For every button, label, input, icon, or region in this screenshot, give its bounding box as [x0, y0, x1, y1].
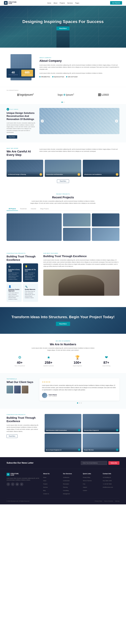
- about-feature-0: Affordable Price: [39, 76, 50, 78]
- tab-industrial[interactable]: Industrial: [29, 207, 38, 211]
- about-content: About Company About Company Lorem ipsum …: [39, 57, 119, 78]
- footer-bottom-privacy[interactable]: Privacy Policy: [95, 500, 102, 502]
- offer-card-title-2: Infrastructure And Installations: [84, 174, 118, 175]
- services-read-more-button[interactable]: Read More: [7, 135, 17, 138]
- footer-grid: STRUCTURELOCK Lorem ipsum dolor sit amet…: [7, 473, 119, 496]
- footer-links-2: Privacy Policy Terms of Service FAQ Supp…: [83, 476, 99, 492]
- newsletter-email-input[interactable]: [81, 461, 107, 465]
- footer-link-contact[interactable]: Contact Us: [43, 493, 49, 494]
- cta-button[interactable]: Read More: [56, 322, 70, 326]
- projects-desc: Lorem ipsum dolor sit amet, consectetur …: [30, 200, 96, 204]
- services-next-button[interactable]: ›: [115, 120, 118, 122]
- play-icon[interactable]: ▶: [7, 108, 9, 110]
- footer-col-title-0: About Us: [43, 473, 60, 474]
- footer-social: f t in li: [7, 482, 40, 486]
- featured-read-more-button[interactable]: Read More: [7, 434, 18, 438]
- tab-all-projects[interactable]: All Projects: [7, 207, 18, 211]
- partner-logo-1: logo ⊕ ipsum®: [58, 93, 74, 96]
- number-value-3: 87+: [93, 360, 119, 365]
- services-desc: Lorem ipsum dolor sit amet, consectetur …: [7, 122, 35, 133]
- social-instagram[interactable]: in: [16, 482, 19, 486]
- footer-bottom-sitemap[interactable]: Sitemap: [115, 500, 119, 502]
- footer-copyright: © 2024 Structure Lock. All Rights Reserv…: [7, 500, 30, 502]
- hero-title: Designing Inspiring Spaces For Success: [22, 19, 104, 24]
- footer-link-planning[interactable]: Planning: [63, 486, 68, 488]
- carousel-indicators: [0, 100, 126, 104]
- nav-cta-button[interactable]: Get Started: [110, 1, 122, 4]
- services-section: ▶ Play Videos Unique Design Solutions Re…: [0, 104, 126, 142]
- featured-item-icon-3: →: [116, 448, 118, 451]
- featured-item-title-1: Discover More Projects ⊕: [84, 430, 118, 431]
- trust-icon-0: ⚙: [8, 265, 20, 268]
- project-item-4: [92, 228, 119, 241]
- about-stat-years: 40 Years Of Experience: [8, 71, 18, 75]
- featured-item-0: Steel Structure & Built Constructions →: [45, 414, 81, 432]
- footer-link-arch[interactable]: Architecture: [63, 477, 69, 478]
- footer-link-terms[interactable]: Terms of Service: [83, 480, 92, 481]
- number-icon-0: ⚙: [7, 355, 33, 360]
- footer-link-support[interactable]: Support: [83, 486, 87, 488]
- footer-link-renovation[interactable]: Renovation: [63, 483, 69, 485]
- footer-bottom-terms[interactable]: Terms of Service: [104, 500, 113, 502]
- offer-read-more-button[interactable]: Read More: [57, 180, 69, 183]
- footer-brand: STRUCTURELOCK Lorem ipsum dolor sit amet…: [7, 473, 40, 496]
- number-label-1: Satisfied Customers: [35, 365, 62, 366]
- trust-card-1: 💡 Innovation At The Core Lorem ipsum dol…: [23, 264, 38, 282]
- footer-link-services[interactable]: Services: [43, 486, 48, 488]
- footer-link-consulting[interactable]: Consulting: [63, 490, 69, 491]
- footer-col-2: Quick Links Privacy Policy Terms of Serv…: [83, 473, 99, 496]
- offer-cards: Architectural Design & Planning + Constr…: [7, 160, 119, 177]
- services-prev-button[interactable]: ‹: [41, 120, 44, 122]
- test-dot-2[interactable]: [81, 402, 82, 404]
- projects-section: Recent Projects Recent Projects Lorem ip…: [0, 188, 126, 248]
- number-label-3: Award Winning: [93, 365, 119, 366]
- nav-projects[interactable]: Projects: [60, 2, 65, 4]
- footer-link-about[interactable]: About: [43, 480, 46, 481]
- trust-card-title-2: Customer-Centric Approach: [8, 289, 20, 292]
- featured-left: Construction Projects Building Trust Thr…: [7, 414, 41, 452]
- testimonial-author-image: [42, 393, 47, 398]
- hero-content: Designing Inspiring Spaces For Success R…: [20, 12, 106, 41]
- nav-about[interactable]: About: [53, 2, 57, 4]
- footer-city: City, State 12345: [103, 480, 112, 481]
- about-stat-projects: 685 Projects Completed: [21, 70, 33, 76]
- footer-link-construction[interactable]: Construction: [63, 480, 70, 481]
- number-value-2: 100+: [64, 360, 91, 365]
- nav-services[interactable]: Services: [67, 2, 73, 4]
- trust-card-title-0: Expertise In Every Detail: [8, 269, 20, 272]
- tab-mega-projects[interactable]: Mega Projects: [38, 207, 51, 211]
- featured-title: Building Trust Through Excellence: [7, 416, 41, 423]
- social-linkedin[interactable]: li: [20, 482, 23, 486]
- about-desc-2: Lorem ipsum dolor sit amet, consectetur …: [39, 72, 119, 74]
- featured-item-1: Discover More Projects ⊕ ⊕: [83, 414, 119, 432]
- hero-cta-button[interactable]: Read More: [56, 26, 70, 30]
- featured-grid: Steel Structure & Built Constructions → …: [45, 414, 119, 452]
- featured-desc: Lorem ipsum dolor sit amet, consectetur …: [7, 424, 41, 432]
- about-feature-1: Experienced Team: [52, 76, 64, 78]
- tab-residential[interactable]: Residential: [18, 207, 29, 211]
- offer-card-icon-0: +: [39, 173, 42, 176]
- offer-card-2: Infrastructure And Installations +: [83, 160, 119, 177]
- footer-link-blog[interactable]: Blog: [43, 490, 45, 491]
- social-twitter[interactable]: t: [11, 482, 15, 486]
- nav-home[interactable]: Home: [47, 2, 51, 4]
- featured-overlay-1: Discover More Projects ⊕: [83, 427, 119, 432]
- footer-link-faq[interactable]: FAQ: [83, 483, 85, 485]
- trust-left: Construction Projects Building Trust Thr…: [7, 253, 38, 302]
- social-facebook[interactable]: f: [7, 482, 10, 486]
- test-dot-1[interactable]: [79, 402, 80, 404]
- carousel-dot-1: [64, 102, 65, 103]
- footer-link-careers[interactable]: Careers: [83, 490, 87, 491]
- testimonial-dots: [39, 402, 119, 404]
- footer-link-home[interactable]: Home: [43, 477, 46, 478]
- newsletter-subscribe-button[interactable]: Subscribe: [108, 461, 119, 465]
- footer-link-management[interactable]: Management: [63, 493, 70, 494]
- test-dot-0[interactable]: [77, 402, 78, 404]
- number-icon-1: ★: [35, 355, 62, 360]
- featured-overlay-2: We Are Expert Engineers ⊕: [45, 447, 81, 452]
- footer-link-projects[interactable]: Projects: [43, 483, 47, 485]
- footer-logo-text: STRUCTURELOCK: [11, 473, 19, 476]
- nav-pages[interactable]: Pages: [75, 2, 79, 4]
- footer-link-privacy[interactable]: Privacy Policy: [83, 477, 90, 478]
- footer-logo-svg: [7, 474, 9, 475]
